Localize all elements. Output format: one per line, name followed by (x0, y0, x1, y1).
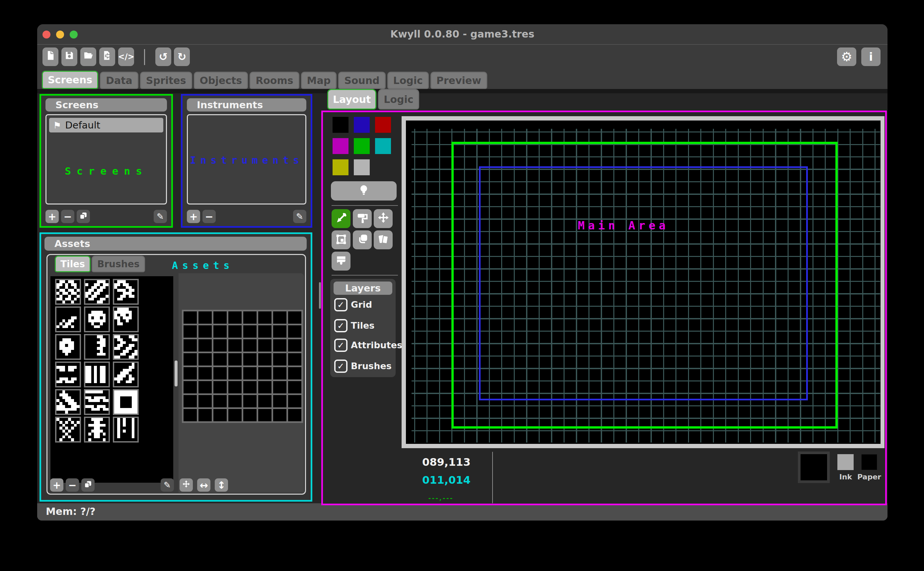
palette-swatch-0[interactable] (333, 117, 348, 133)
editor-cell[interactable] (228, 409, 242, 421)
new-file-button[interactable] (43, 48, 59, 66)
editor-cell[interactable] (213, 409, 227, 421)
editor-cell[interactable] (288, 325, 301, 338)
editor-cell[interactable] (228, 353, 242, 366)
palette-swatch-4[interactable] (354, 138, 370, 154)
tile-thumbnail-10[interactable] (84, 361, 110, 387)
editor-cell[interactable] (288, 312, 301, 324)
editor-cell[interactable] (183, 353, 197, 366)
editor-cell[interactable] (213, 353, 227, 366)
editor-cell[interactable] (199, 395, 212, 407)
editor-cell[interactable] (273, 409, 286, 421)
layer-checkbox-attributes[interactable]: ✓ (334, 339, 348, 352)
tab-data[interactable]: Data (100, 72, 139, 89)
draw-tool-button[interactable] (331, 209, 351, 228)
editor-cell[interactable] (183, 381, 197, 394)
editor-cell[interactable] (183, 409, 197, 421)
editor-cell[interactable] (273, 353, 286, 366)
settings-button[interactable]: ⚙ (837, 48, 856, 66)
brush-tool-button[interactable] (331, 252, 351, 270)
transform-tool-button[interactable] (331, 230, 351, 249)
editor-cell[interactable] (288, 367, 301, 380)
remove-screen-button[interactable]: − (61, 210, 74, 223)
export-button[interactable] (99, 48, 115, 66)
move-tool-button[interactable] (374, 209, 393, 228)
editor-cell[interactable] (228, 395, 242, 407)
instruments-list[interactable]: Instruments (187, 114, 306, 205)
editor-cell[interactable] (228, 339, 242, 352)
assets-tab-tiles[interactable]: Tiles (55, 256, 91, 272)
open-button[interactable] (80, 48, 96, 66)
editor-cell[interactable] (258, 312, 271, 324)
tile-thumbnail-7[interactable] (84, 334, 110, 360)
editor-cell[interactable] (243, 381, 257, 394)
duplicate-tool-button[interactable] (353, 230, 372, 249)
editor-cell[interactable] (213, 395, 227, 407)
editor-cell[interactable] (213, 325, 227, 338)
editor-cell[interactable] (258, 381, 271, 394)
editor-cell[interactable] (183, 395, 197, 407)
editor-cell[interactable] (243, 353, 257, 366)
editor-cell[interactable] (258, 395, 271, 407)
tile-thumbnail-2[interactable] (113, 279, 139, 305)
editor-cell[interactable] (199, 325, 212, 338)
layer-checkbox-grid[interactable]: ✓ (334, 298, 348, 312)
editor-cell[interactable] (213, 339, 227, 352)
tile-thumbnail-6[interactable] (55, 334, 81, 360)
remove-tile-button[interactable]: − (66, 478, 79, 492)
tile-thumbnail-11[interactable] (113, 361, 139, 387)
tab-sound[interactable]: Sound (338, 72, 385, 89)
editor-cell[interactable] (243, 395, 257, 407)
editor-cell[interactable] (288, 353, 301, 366)
editor-cell[interactable] (183, 367, 197, 380)
editor-cell[interactable] (258, 367, 271, 380)
tab-screens[interactable]: Screens (42, 71, 98, 89)
rename-screen-button[interactable]: ✎ (154, 210, 167, 223)
side-scrollbar[interactable] (319, 282, 321, 309)
editor-cell[interactable] (273, 367, 286, 380)
add-screen-button[interactable]: + (45, 210, 59, 223)
info-button[interactable]: i (861, 48, 881, 66)
editor-cell[interactable] (243, 339, 257, 352)
assets-tab-brushes[interactable]: Brushes (92, 256, 145, 272)
tile-thumbnail-3[interactable] (55, 306, 81, 332)
editor-cell[interactable] (273, 325, 286, 338)
editor-cell[interactable] (273, 395, 286, 407)
tile-thumbnail-8[interactable] (113, 334, 139, 360)
tab-objects[interactable]: Objects (194, 72, 248, 89)
editor-cell[interactable] (199, 367, 212, 380)
editor-cell[interactable] (183, 325, 197, 338)
tab-logic[interactable]: Logic (387, 72, 429, 89)
editor-cell[interactable] (258, 339, 271, 352)
attribute-mode-button[interactable] (331, 181, 397, 201)
palette-swatch-5[interactable] (375, 138, 391, 154)
layer-checkbox-tiles[interactable]: ✓ (334, 319, 348, 332)
editor-cell[interactable] (183, 339, 197, 352)
palette-swatch-1[interactable] (354, 117, 370, 133)
editor-cell[interactable] (243, 367, 257, 380)
tile-thumbnail-16[interactable] (84, 417, 110, 443)
rename-tile-button[interactable]: ✎ (161, 478, 174, 492)
move-tile-button[interactable] (180, 478, 193, 492)
add-instrument-button[interactable]: + (187, 210, 200, 223)
editor-cell[interactable] (288, 339, 301, 352)
code-button[interactable]: </> (118, 48, 134, 66)
paste-tool-button[interactable] (374, 230, 393, 249)
editor-cell[interactable] (258, 325, 271, 338)
palette-swatch-2[interactable] (375, 117, 391, 133)
fill-roller-tool-button[interactable] (353, 209, 372, 228)
tile-thumbnail-9[interactable] (55, 361, 81, 387)
tile-thumbnail-4[interactable] (84, 306, 110, 332)
screen-list-item[interactable]: ⚑ Default (49, 118, 163, 133)
editor-cell[interactable] (273, 339, 286, 352)
tile-thumbnail-17[interactable] (113, 417, 139, 443)
rename-instrument-button[interactable]: ✎ (293, 210, 306, 223)
layer-checkbox-brushes[interactable]: ✓ (334, 360, 348, 373)
editor-cell[interactable] (288, 409, 301, 421)
editor-cell[interactable] (243, 325, 257, 338)
ink-swatch[interactable] (837, 454, 854, 470)
editor-cell[interactable] (243, 312, 257, 324)
editor-cell[interactable] (199, 381, 212, 394)
editor-cell[interactable] (213, 367, 227, 380)
undo-button[interactable]: ↺ (156, 48, 171, 66)
